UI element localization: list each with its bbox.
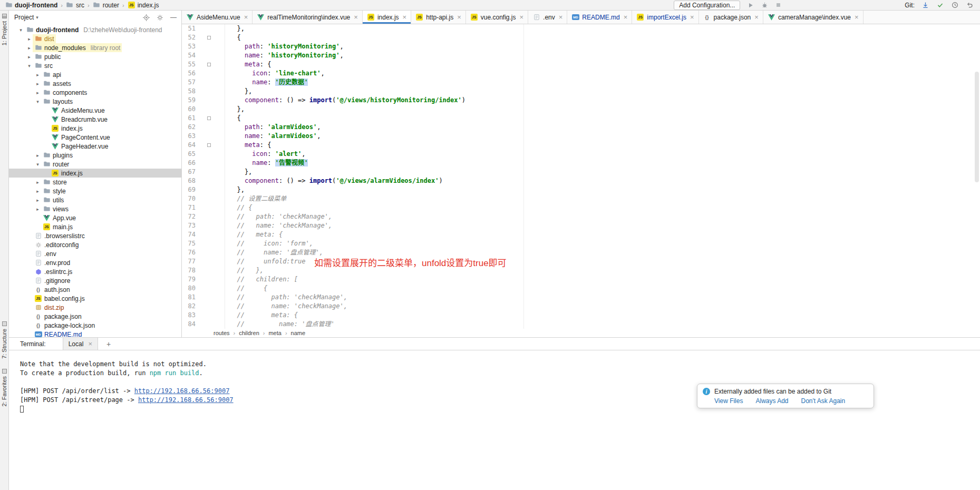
run-icon[interactable] <box>745 1 756 10</box>
tree-item[interactable]: .editorconfig <box>9 240 181 249</box>
view-files-link[interactable]: View Files <box>714 397 743 405</box>
chevron-right-icon[interactable]: ▸ <box>26 36 33 42</box>
chevron-right-icon[interactable]: ▸ <box>34 180 41 185</box>
tree-item[interactable]: AsideMenu.vue <box>9 106 181 115</box>
editor-tab[interactable]: JSvue.config.js× <box>466 11 528 24</box>
fold-icon[interactable] <box>207 63 211 66</box>
gutter[interactable] <box>198 105 225 114</box>
fold-icon[interactable] <box>207 36 211 40</box>
always-add-link[interactable]: Always Add <box>755 397 788 405</box>
tree-item[interactable]: ▸style <box>9 187 181 195</box>
tree-item[interactable]: {}auth.json <box>9 285 181 294</box>
chevron-right-icon[interactable]: ▸ <box>26 45 33 51</box>
gutter[interactable] <box>198 194 225 203</box>
terminal-link[interactable]: http://192.168.66.56:9007 <box>134 387 230 395</box>
gutter[interactable] <box>198 168 225 177</box>
gutter[interactable] <box>198 239 225 248</box>
tree-item[interactable]: {}package.json <box>9 312 181 321</box>
tree-item[interactable]: JSbabel.config.js <box>9 294 181 303</box>
close-icon[interactable]: × <box>457 13 461 21</box>
tree-item[interactable]: ▸public <box>9 52 181 61</box>
locate-icon[interactable] <box>142 14 150 21</box>
gutter[interactable] <box>198 212 225 221</box>
gutter[interactable] <box>198 185 225 194</box>
gutter[interactable] <box>198 221 225 230</box>
breadcrumb-item[interactable]: routes <box>214 330 230 336</box>
gutter[interactable] <box>198 257 225 266</box>
editor-tab[interactable]: cameraManage\index.vue× <box>763 11 863 24</box>
git-update-icon[interactable] <box>920 1 930 10</box>
gutter[interactable] <box>198 177 225 185</box>
close-icon[interactable]: × <box>754 13 759 21</box>
gutter[interactable] <box>198 114 225 123</box>
tree-item[interactable]: ▾duoji-frontendD:\zheheWeb\duoji-fronten… <box>9 25 181 34</box>
gutter[interactable] <box>198 230 225 239</box>
git-commit-icon[interactable] <box>935 1 945 10</box>
code-editor[interactable]: 51 },52 {53 path: 'historyMonitoring',54… <box>182 24 980 329</box>
editor-tab[interactable]: realTimeMonitoring\index.vue× <box>253 11 363 24</box>
chevron-right-icon[interactable]: ▸ <box>34 198 41 203</box>
add-configuration-button[interactable]: Add Configuration... <box>674 1 740 10</box>
gutter[interactable] <box>198 320 225 329</box>
tree-item[interactable]: App.vue <box>9 213 181 222</box>
gutter[interactable] <box>198 123 225 132</box>
terminal-link[interactable]: http://192.168.66.56:9007 <box>138 396 234 404</box>
tree-item[interactable]: PageContent.vue <box>9 133 181 142</box>
gutter[interactable] <box>198 311 225 320</box>
gutter[interactable] <box>198 293 225 302</box>
tree-item[interactable]: ▸utils <box>9 195 181 204</box>
gutter[interactable] <box>198 150 225 159</box>
breadcrumb-item[interactable]: name <box>291 330 306 336</box>
close-icon[interactable]: × <box>624 13 628 21</box>
stripe-favorites-button[interactable]: 2: Favorites <box>0 369 8 406</box>
tree-item[interactable]: Breadcrumb.vue <box>9 115 181 124</box>
tree-item[interactable]: .env <box>9 249 181 258</box>
tree-item[interactable]: ▸dist <box>9 34 181 43</box>
tree-item[interactable]: JSindex.js <box>9 124 181 133</box>
gutter[interactable] <box>198 60 225 69</box>
chevron-down-icon[interactable]: ▾ <box>17 27 24 33</box>
gutter[interactable] <box>198 51 225 60</box>
tree-item[interactable]: {}package-lock.json <box>9 321 181 330</box>
chevron-right-icon[interactable]: ▸ <box>34 153 41 158</box>
gutter[interactable] <box>198 275 225 284</box>
gutter[interactable] <box>198 132 225 141</box>
editor-scrollbar[interactable] <box>975 72 979 182</box>
close-icon[interactable]: × <box>403 13 407 21</box>
tree-item[interactable]: JSmain.js <box>9 222 181 231</box>
git-history-icon[interactable] <box>949 1 960 10</box>
tree-item[interactable]: ▸assets <box>9 79 181 88</box>
breadcrumb-item[interactable]: router <box>91 1 121 9</box>
gear-icon[interactable] <box>156 14 163 21</box>
tree-item[interactable]: ▾src <box>9 61 181 70</box>
tree-item[interactable]: ▾layouts <box>9 97 181 106</box>
gutter[interactable] <box>198 284 225 293</box>
chevron-down-icon[interactable]: ▾ <box>34 99 41 104</box>
editor-tab[interactable]: AsideMenu.vue× <box>182 11 253 24</box>
breadcrumb-item[interactable]: duoji-frontend <box>3 1 59 9</box>
new-terminal-button[interactable]: + <box>104 340 113 348</box>
stop-icon[interactable] <box>773 1 783 10</box>
close-icon[interactable]: × <box>690 13 694 21</box>
gutter[interactable] <box>198 87 225 96</box>
tree-item[interactable]: MDREADME.md <box>9 330 181 337</box>
chevron-right-icon[interactable]: ▸ <box>34 90 41 95</box>
gutter[interactable] <box>198 302 225 311</box>
gutter[interactable] <box>198 203 225 212</box>
stripe-project-button[interactable]: 1: Project <box>0 14 8 45</box>
git-rollback-icon[interactable] <box>964 1 975 10</box>
close-icon[interactable]: × <box>88 340 92 348</box>
editor-tab[interactable]: JShttp-api.js× <box>411 11 466 24</box>
chevron-right-icon[interactable]: ▸ <box>34 72 41 77</box>
gutter[interactable] <box>198 96 225 105</box>
tree-item[interactable]: dist.zip <box>9 303 181 312</box>
editor-tab[interactable]: JSindex.js× <box>363 11 411 24</box>
tree-item[interactable]: ▸plugins <box>9 151 181 160</box>
close-icon[interactable]: × <box>354 13 358 21</box>
gutter[interactable] <box>198 42 225 51</box>
tree-item[interactable]: .eslintrc.js <box>9 267 181 276</box>
close-icon[interactable]: × <box>559 13 563 21</box>
gutter[interactable] <box>198 141 225 150</box>
chevron-right-icon[interactable]: ▸ <box>34 189 41 194</box>
editor-tab[interactable]: {}package.json× <box>699 11 763 24</box>
